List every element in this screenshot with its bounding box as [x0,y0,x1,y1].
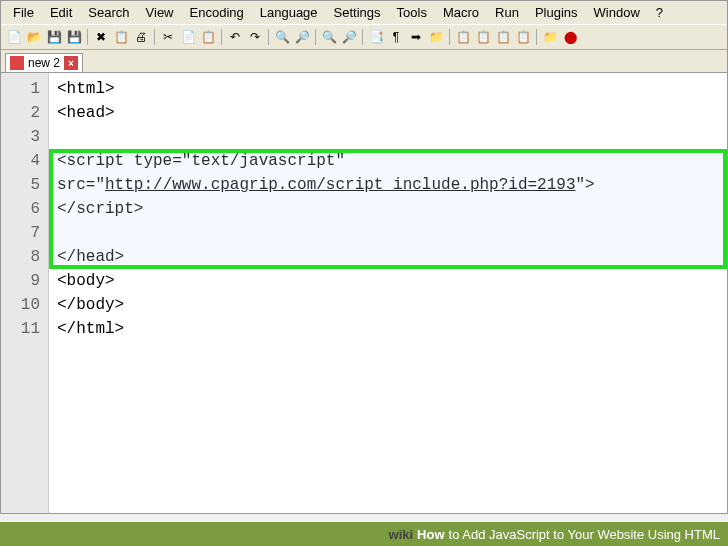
tab-new2[interactable]: new 2 × [5,53,83,72]
separator [449,29,450,45]
menu-plugins[interactable]: Plugins [527,3,586,22]
macro-icon[interactable]: 📋 [494,28,512,46]
copy-icon[interactable]: 📋 [112,28,130,46]
wrap-icon[interactable]: 📑 [367,28,385,46]
copy2-icon[interactable]: 📄 [179,28,197,46]
func-list-icon[interactable]: 📋 [474,28,492,46]
separator [268,29,269,45]
code-line-9[interactable]: <body> [57,269,719,293]
find-icon[interactable]: 🔍 [273,28,291,46]
footer: wikiHow to Add JavaScript to Your Websit… [0,522,728,546]
separator [221,29,222,45]
tabbar: new 2 × [1,50,727,73]
menubar: FileEditSearchViewEncodingLanguageSettin… [1,1,727,24]
toolbar: 📄 📂 💾 💾 ✖ 📋 🖨 ✂ 📄 📋 ↶ ↷ 🔍 🔎 🔍 🔎 📑 ¶ ➡ 📁 … [1,24,727,50]
menu-search[interactable]: Search [80,3,137,22]
close-icon[interactable]: ✖ [92,28,110,46]
code-line-11[interactable]: </html> [57,317,719,341]
line-gutter: 1234567891011 [1,73,49,513]
menu-view[interactable]: View [138,3,182,22]
tab-label: new 2 [28,56,60,70]
folder-icon[interactable]: 📁 [541,28,559,46]
code-line-3[interactable] [57,125,719,149]
footer-how: How [417,527,444,542]
separator [87,29,88,45]
code-line-10[interactable]: </body> [57,293,719,317]
code-line-2[interactable]: <head> [57,101,719,125]
menu-file[interactable]: File [5,3,42,22]
undo-icon[interactable]: ↶ [226,28,244,46]
replace-icon[interactable]: 🔎 [293,28,311,46]
print-icon[interactable]: 🖨 [132,28,150,46]
new-file-icon[interactable]: 📄 [5,28,23,46]
menu-settings[interactable]: Settings [326,3,389,22]
all-chars-icon[interactable]: ¶ [387,28,405,46]
cut-icon[interactable]: ✂ [159,28,177,46]
editor-window: FileEditSearchViewEncodingLanguageSettin… [0,0,728,514]
menu-run[interactable]: Run [487,3,527,22]
footer-title: to Add JavaScript to Your Website Using … [449,527,720,542]
code-editor[interactable]: 1234567891011 <html><head> <script type=… [1,73,727,513]
save-all-icon[interactable]: 💾 [65,28,83,46]
separator [154,29,155,45]
menu-macro[interactable]: Macro [435,3,487,22]
menu-edit[interactable]: Edit [42,3,80,22]
paste-icon[interactable]: 📋 [199,28,217,46]
url-link[interactable]: http://www.cpagrip.com/script_include.ph… [105,176,575,194]
code-line-7[interactable] [57,221,719,245]
record-icon[interactable]: ⬤ [561,28,579,46]
menu-language[interactable]: Language [252,3,326,22]
menu-tools[interactable]: Tools [389,3,435,22]
zoom-out-icon[interactable]: 🔎 [340,28,358,46]
footer-brand: wiki [389,527,414,542]
separator [536,29,537,45]
monitor-icon[interactable]: 📋 [514,28,532,46]
tab-file-icon [10,56,24,70]
fold-icon[interactable]: 📁 [427,28,445,46]
save-icon[interactable]: 💾 [45,28,63,46]
menu-encoding[interactable]: Encoding [182,3,252,22]
menu-?[interactable]: ? [648,3,671,22]
zoom-in-icon[interactable]: 🔍 [320,28,338,46]
tab-close-icon[interactable]: × [64,56,78,70]
separator [315,29,316,45]
code-line-4[interactable]: <script type="text/javascript" [57,149,719,173]
code-line-6[interactable]: </script> [57,197,719,221]
indent-icon[interactable]: ➡ [407,28,425,46]
code-line-5[interactable]: src="http://www.cpagrip.com/script_inclu… [57,173,719,197]
open-file-icon[interactable]: 📂 [25,28,43,46]
doc-map-icon[interactable]: 📋 [454,28,472,46]
redo-icon[interactable]: ↷ [246,28,264,46]
menu-window[interactable]: Window [586,3,648,22]
code-line-8[interactable]: </head> [57,245,719,269]
code-line-1[interactable]: <html> [57,77,719,101]
code-area[interactable]: <html><head> <script type="text/javascri… [49,73,727,513]
separator [362,29,363,45]
